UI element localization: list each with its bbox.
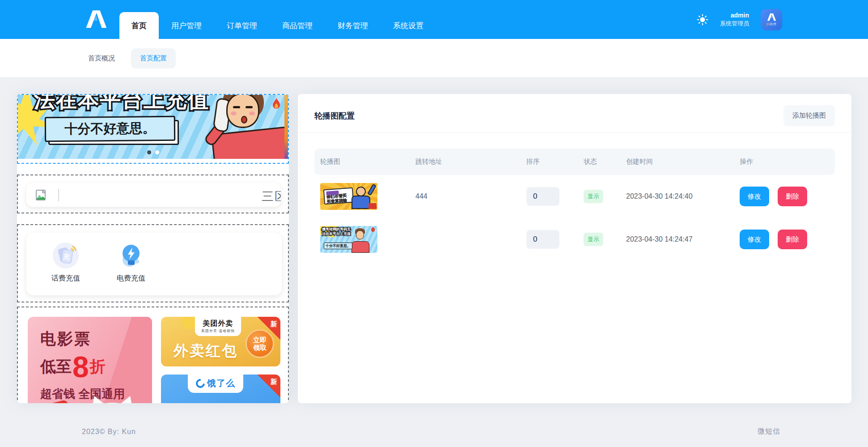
admin-dashboard: 首页 用户管理 订单管理 商品管理 财务管理 系统设置 xyxy=(0,0,868,447)
footer-copyright: 2023© By: Kun xyxy=(82,428,136,436)
meituan-promo-title: 外卖红包 xyxy=(174,341,238,361)
carousel-banner-image[interactable]: 法在本平台上充值 十分不好意思。 xyxy=(18,95,288,159)
nav-tab-settings[interactable]: 系统设置 xyxy=(381,12,436,39)
carousel-dot[interactable] xyxy=(155,150,159,154)
new-badge: 新 xyxy=(255,317,280,342)
top-navbar: 首页 用户管理 订单管理 商品管理 财务管理 系统设置 xyxy=(0,0,868,39)
promo-card-movie[interactable]: 电影票 低至8折 超省钱 全国通用 xyxy=(28,317,152,403)
user-name: admin xyxy=(720,11,749,20)
subnav-home-config[interactable]: 首页配置 xyxy=(131,48,176,68)
edit-button[interactable]: 修改 xyxy=(740,187,769,206)
divider xyxy=(298,132,851,133)
secondary-nav: 首页概况 首页配置 xyxy=(0,39,868,77)
promo-card-meituan[interactable]: 美团外卖 美团外卖 送啥都快 外卖红包 立即领取 新 xyxy=(161,317,280,366)
table-row: 携号转网的号码无 法在本平台上充值 十分不好意思。 显示 2023-04-30 … xyxy=(314,218,835,261)
electricity-recharge-icon xyxy=(117,242,145,269)
search-bar[interactable]: 三区 xyxy=(26,183,281,207)
divider xyxy=(58,189,59,201)
preview-banner-block[interactable]: 法在本平台上充值 十分不好意思。 xyxy=(17,94,289,164)
user-info: admin 系统管理员 xyxy=(720,11,749,27)
meituan-brand-tag: 美团外卖 美团外卖 送啥都快 xyxy=(195,317,241,336)
sort-input[interactable] xyxy=(526,187,559,206)
delete-button[interactable]: 删除 xyxy=(778,230,807,249)
page-footer: 2023© By: Kun 微短信 xyxy=(0,416,868,447)
carousel-table: 轮播图 跳转地址 排序 状态 创建时间 操作 你们尽管买 买贵算我输 xyxy=(314,149,835,261)
col-header-created: 创建时间 xyxy=(620,158,734,166)
user-avatar[interactable]: 沃闪付 xyxy=(761,9,782,30)
quick-actions-card: 充 话费充值 电 xyxy=(26,233,282,295)
nav-tab-finance[interactable]: 财务管理 xyxy=(325,12,381,39)
preview-quick-actions-block[interactable]: 充 话费充值 电 xyxy=(17,224,289,302)
quick-action-label: 电费充值 xyxy=(117,274,145,283)
phone-recharge-icon: 充 xyxy=(52,242,80,269)
banner-headline: 法在本平台上充值 xyxy=(34,95,209,114)
col-header-sort: 排序 xyxy=(521,158,578,166)
col-header-status: 状态 xyxy=(578,158,620,166)
status-badge: 显示 xyxy=(584,233,603,246)
home-preview-card: 法在本平台上充值 十分不好意思。 xyxy=(17,94,289,403)
nav-tab-users[interactable]: 用户管理 xyxy=(159,12,214,39)
created-time: 2023-04-30 14:24:47 xyxy=(626,235,693,243)
eleme-brand-tag: 饿了么 xyxy=(188,375,243,393)
avatar-brand-text: 沃闪付 xyxy=(766,22,777,26)
nav-tab-home[interactable]: 首页 xyxy=(119,12,159,39)
col-header-link: 跳转地址 xyxy=(410,158,521,166)
created-time: 2023-04-30 14:24:40 xyxy=(626,192,693,200)
quick-action-phone-recharge[interactable]: 充 话费充值 xyxy=(44,242,87,295)
sort-input[interactable] xyxy=(526,230,559,249)
carousel-thumbnail-blue[interactable]: 携号转网的号码无 法在本平台上充值 十分不好意思。 xyxy=(320,226,377,253)
quick-action-electricity-recharge[interactable]: 电费充值 xyxy=(110,242,152,295)
table-header-row: 轮播图 跳转地址 排序 状态 创建时间 操作 xyxy=(314,149,835,175)
carousel-dot-active[interactable] xyxy=(147,150,151,154)
carousel-config-panel: 轮播图配置 添加轮播图 轮播图 跳转地址 排序 状态 创建时间 操作 你们尽管买 xyxy=(298,94,851,403)
table-row: 你们尽管买 买贵算我输 444 显示 2023-04-30 14:24:40 修… xyxy=(314,175,835,218)
eleme-logo-icon xyxy=(194,377,207,389)
preview-promos-block[interactable]: 电影票 低至8折 超省钱 全国通用 美团外卖 美团外卖 送啥都快 xyxy=(17,307,289,403)
panel-title: 轮播图配置 xyxy=(314,111,355,121)
navbar-right: admin 系统管理员 沃闪付 xyxy=(697,0,782,39)
nav-tab-orders[interactable]: 订单管理 xyxy=(214,12,270,39)
broken-image-icon xyxy=(35,189,47,201)
add-carousel-button[interactable]: 添加轮播图 xyxy=(783,105,835,126)
carousel-dots[interactable] xyxy=(18,150,288,154)
subnav-home-overview[interactable]: 首页概况 xyxy=(88,54,115,63)
banner-speech-bubble: 十分不好意思。 xyxy=(45,116,175,142)
sun-icon[interactable] xyxy=(697,14,708,26)
link-address: 444 xyxy=(415,192,428,200)
quick-action-label: 话费充值 xyxy=(51,274,80,283)
movie-promo-title: 电影票 xyxy=(40,328,91,349)
status-badge: 显示 xyxy=(584,190,603,203)
preview-search-block[interactable]: 三区 xyxy=(17,175,289,213)
svg-text:充: 充 xyxy=(62,252,70,261)
nav-tab-products[interactable]: 商品管理 xyxy=(270,12,325,39)
new-badge: 新 xyxy=(255,375,280,400)
main-nav: 首页 用户管理 订单管理 商品管理 财务管理 系统设置 xyxy=(119,0,436,39)
movie-promo-discount: 低至8折 xyxy=(40,350,106,384)
promo-card-eleme[interactable]: 饿了么 新 xyxy=(161,375,280,403)
footer-brand: 微短信 xyxy=(758,427,780,436)
edit-button[interactable]: 修改 xyxy=(740,230,769,249)
fire-icon xyxy=(271,98,282,110)
col-header-actions: 操作 xyxy=(734,158,835,166)
brand-logo-icon[interactable] xyxy=(82,6,110,34)
cat-illustration xyxy=(79,396,146,403)
search-right-text: 三区 xyxy=(262,188,281,204)
carousel-thumbnail-yellow[interactable]: 你们尽管买 买贵算我输 xyxy=(320,183,377,210)
panel-header: 轮播图配置 添加轮播图 xyxy=(298,94,851,126)
delete-button[interactable]: 删除 xyxy=(778,187,807,206)
col-header-image: 轮播图 xyxy=(314,158,410,166)
user-role: 系统管理员 xyxy=(720,20,749,28)
next-slide-peek xyxy=(284,95,288,159)
